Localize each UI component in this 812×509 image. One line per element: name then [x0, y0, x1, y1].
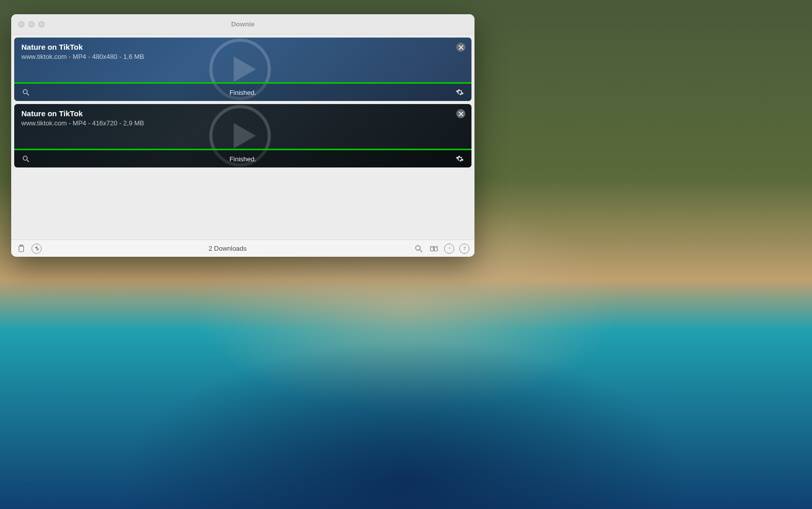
minimize-window-button[interactable]: [28, 21, 35, 27]
download-item[interactable]: Nature on TikTok www.tiktok.com - MP4 - …: [14, 104, 471, 167]
downloads-count-label: 2 Downloads: [47, 245, 409, 252]
footer-bar: 2 Downloads: [11, 240, 475, 257]
reveal-in-finder-button[interactable]: [20, 87, 31, 98]
download-status: Finished.: [31, 89, 454, 96]
downie-window: Downie Nature on TikTok www.tiktok.com -…: [11, 14, 475, 257]
svg-line-3: [27, 93, 29, 95]
paste-url-button[interactable]: [16, 244, 26, 254]
remove-download-button[interactable]: [456, 109, 465, 118]
download-meta: www.tiktok.com - MP4 - 480x480 - 1,6 MB: [21, 53, 464, 60]
close-window-button[interactable]: [18, 21, 24, 27]
titlebar[interactable]: Downie: [11, 14, 475, 35]
svg-point-2: [23, 90, 27, 94]
history-button[interactable]: [444, 244, 454, 254]
zoom-window-button[interactable]: [39, 21, 45, 27]
svg-rect-15: [434, 246, 437, 251]
open-browser-button[interactable]: [31, 244, 42, 254]
remove-download-button[interactable]: [456, 43, 465, 52]
download-title: Nature on TikTok: [21, 109, 464, 118]
svg-marker-10: [35, 246, 37, 248]
download-title: Nature on TikTok: [21, 43, 464, 51]
svg-point-6: [23, 156, 27, 160]
traffic-lights: [11, 21, 45, 27]
svg-marker-11: [37, 249, 39, 251]
item-settings-button[interactable]: [454, 87, 465, 98]
download-meta: www.tiktok.com - MP4 - 416x720 - 2,9 MB: [21, 119, 464, 127]
footer-search-button[interactable]: [414, 244, 424, 254]
help-button[interactable]: [459, 244, 469, 254]
download-item[interactable]: Nature on TikTok www.tiktok.com - MP4 - …: [14, 38, 471, 101]
svg-point-12: [416, 246, 420, 250]
svg-line-13: [420, 250, 422, 252]
user-scripts-button[interactable]: [429, 244, 439, 254]
svg-point-18: [464, 249, 465, 250]
svg-rect-14: [430, 246, 433, 251]
window-title: Downie: [11, 20, 475, 28]
reveal-in-finder-button[interactable]: [20, 153, 31, 164]
item-settings-button[interactable]: [454, 153, 465, 164]
download-status: Finished.: [31, 155, 454, 163]
svg-line-7: [27, 160, 29, 162]
downloads-list: Nature on TikTok www.tiktok.com - MP4 - …: [11, 35, 475, 240]
